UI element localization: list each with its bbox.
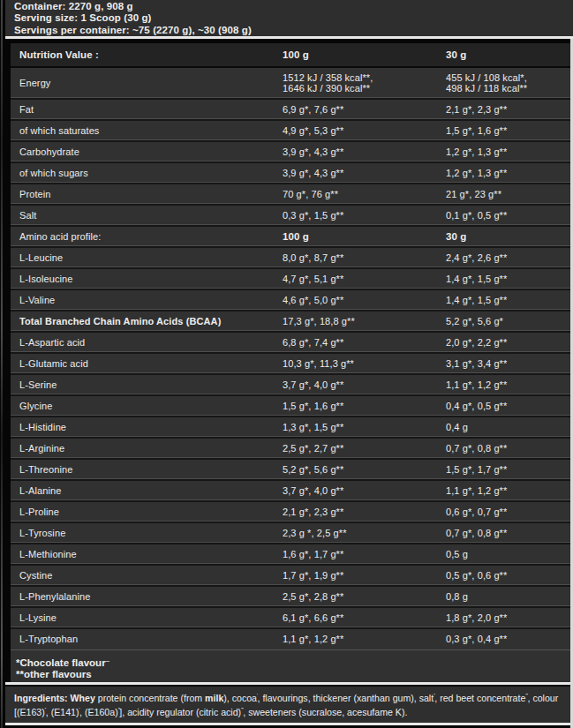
row-value-100g: 2,1 g*, 2,3 g** [283, 507, 446, 518]
ingredient-text: Whey [71, 693, 98, 703]
row-value-100g: 4,7 g*, 5,1 g** [283, 274, 446, 285]
nutrition-label: Container: 2270 g, 908 g Serving size: 1… [0, 0, 573, 728]
ingredient-footnote-mark: '''' [525, 693, 527, 698]
row-value-30g: 1,1 g*, 1,2 g** [446, 379, 570, 391]
table-row: L-Glutamic acid 10,3 g*, 11,3 g** 3,1 g*… [11, 354, 570, 375]
row-label: L-Alanine [11, 485, 283, 497]
row-label: Protein [11, 189, 283, 200]
row-value-100g: 2,3 g *, 2,5 g** [283, 528, 446, 539]
row-label: Glycine [11, 401, 283, 412]
row-value-100g: 5,2 g*, 5,6 g** [283, 464, 446, 476]
row-value-100g: 3,9 g*, 4,3 g** [283, 146, 446, 158]
bottom-divider [5, 723, 573, 725]
table-row: of which saturates 4,9 g*, 5,3 g** 1,5 g… [11, 121, 570, 142]
row-value-30g: 1,8 g*, 2,0 g** [446, 612, 570, 624]
row-label: L-Aspartic acid [11, 337, 283, 349]
row-value-100g: 100 g [283, 231, 446, 243]
container-size-text: Container: 2270 g, 908 g [14, 1, 573, 12]
row-value-100g: 1,7 g*, 1,9 g** [283, 570, 446, 582]
footnote-fine-print: ......... [106, 657, 109, 663]
table-row: L-Aspartic acid 6,8 g*, 7,4 g** 2,0 g*, … [11, 333, 570, 354]
row-label: L-Tyrosine [11, 528, 283, 539]
row-value-30g: 3,1 g*, 3,4 g** [446, 358, 570, 370]
row-label: L-Arginine [11, 443, 283, 454]
row-value-30g: 0,4 g [446, 422, 570, 433]
table-header-row: Nutrition Value : 100 g 30 g [11, 43, 570, 68]
ingredients-paragraph: Ingredients: Whey protein concentrate (f… [5, 687, 573, 723]
row-label: L-Leucine [11, 252, 283, 264]
label-left-edge [1, 0, 3, 728]
row-value-30g: 0,5 g [446, 549, 570, 560]
table-row: L-Lysine 6,1 g*, 6,6 g** 1,8 g*, 2,0 g** [11, 608, 570, 629]
container-info-block: Container: 2270 g, 908 g Serving size: 1… [5, 0, 573, 36]
table-row: Glycine 1,5 g*, 1,6 g** 0,4 g*, 0,5 g** [11, 396, 570, 417]
table-row: Total Branched Chain Amino Acids (BCAA) … [11, 311, 570, 333]
ingredient-text: Ingredients: [14, 693, 71, 703]
row-label: L-Valine [11, 295, 283, 306]
row-label: Energy [11, 78, 283, 89]
row-label: L-Histidine [11, 422, 283, 433]
serving-size-text: Serving size: 1 Scoop (30 g) [14, 12, 573, 24]
footnotes-block: *Chocolate flavour......... **other flav… [11, 650, 573, 682]
row-value-100g: 1,1 g*, 1,2 g** [283, 634, 446, 645]
footnote-other-flavours: **other flavours [16, 669, 573, 680]
row-label: Fat [11, 104, 283, 116]
table-row: Salt 0,3 g*, 1,5 g** 0,1 g*, 0,5 g** [11, 206, 570, 227]
table-row: Carbohydrate 3,9 g*, 4,3 g** 1,2 g*, 1,3… [11, 142, 570, 163]
table-row: Protein 70 g*, 76 g** 21 g*, 23 g** [11, 184, 570, 206]
row-label: Amino acid profile: [11, 231, 283, 243]
ingredient-footnote-mark: '' [45, 707, 46, 712]
table-row: L-Leucine 8,0 g*, 8,7 g** 2,4 g*, 2,6 g*… [11, 248, 570, 269]
row-label: of which saturates [11, 125, 283, 137]
ingredient-text: , red beet concentrate [434, 693, 525, 703]
table-row: L-Methionine 1,6 g*, 1,7 g** 0,5 g [11, 544, 570, 566]
table-row: L-Tryptophan 1,1 g*, 1,2 g** 0,3 g*, 0,4… [11, 629, 570, 650]
row-value-100g: 10,3 g*, 11,3 g** [283, 358, 446, 370]
ingredient-text: , sweeteners (sucralose, acesufame K). [243, 707, 407, 717]
column-header-30g: 30 g [446, 49, 570, 61]
row-label: L-Methionine [11, 549, 283, 560]
table-row: Fat 6,9 g*, 7,6 g** 2,1 g*, 2,3 g** [11, 100, 570, 121]
row-value-100g: 8,0 g*, 8,7 g** [283, 252, 446, 264]
footnote-chocolate-flavour: *Chocolate flavour......... [16, 655, 573, 669]
row-value-100g: 1512 kJ / 358 kcal**, 1646 kJ / 390 kcal… [283, 72, 446, 94]
table-row: L-Threonine 5,2 g*, 5,6 g** 1,5 g*, 1,7 … [11, 460, 570, 481]
row-label: L-Tryptophan [11, 634, 283, 645]
table-row: Energy 1512 kJ / 358 kcal**, 1646 kJ / 3… [11, 68, 570, 100]
row-value-30g: 0,8 g [446, 591, 570, 603]
row-value-100g: 70 g*, 76 g** [283, 189, 446, 200]
table-body: Energy 1512 kJ / 358 kcal**, 1646 kJ / 3… [11, 68, 570, 650]
ingredient-footnote-mark: '''' [241, 707, 243, 712]
row-label: Cystine [11, 570, 283, 582]
row-value-30g: 0,3 g*, 0,4 g** [446, 634, 570, 645]
row-value-100g: 17,3 g*, 18,8 g** [283, 316, 446, 327]
row-value-30g: 0,5 g*, 0,6 g** [446, 570, 570, 582]
row-label: L-Isoleucine [11, 274, 283, 285]
row-value-30g: 1,5 g*, 1,6 g** [446, 125, 570, 137]
table-row: Amino acid profile: 100 g 30 g [11, 227, 570, 248]
row-value-30g: 0,6 g*, 0,7 g** [446, 507, 570, 518]
row-value-30g: 21 g*, 23 g** [446, 189, 570, 200]
table-row: Cystine 1,7 g*, 1,9 g** 0,5 g*, 0,6 g** [11, 566, 570, 587]
table-row: of which sugars 3,9 g*, 4,3 g** 1,2 g*, … [11, 163, 570, 184]
row-value-30g: 0,4 g*, 0,5 g** [446, 401, 570, 412]
row-value-30g: 1,5 g*, 1,7 g** [446, 464, 570, 476]
row-label: Salt [11, 210, 283, 221]
servings-per-container-text: Servings per container: ~75 (2270 g), ~3… [14, 25, 573, 36]
ingredient-text: ), cocoa [223, 693, 257, 703]
row-value-30g: 1,2 g*, 1,3 g** [446, 168, 570, 179]
row-label: L-Glutamic acid [11, 358, 283, 370]
row-value-30g: 0,7 g*, 0,8 g** [446, 443, 570, 454]
table-row: L-Histidine 1,3 g*, 1,5 g** 0,4 g [11, 417, 570, 439]
table-row: L-Alanine 3,7 g*, 4,0 g** 1,1 g*, 1,2 g*… [11, 481, 570, 502]
row-value-100g: 1,3 g*, 1,5 g** [283, 422, 446, 433]
row-label: L-Serine [11, 379, 283, 391]
row-value-30g: 455 kJ / 108 kcal*, 498 kJ / 118 kcal** [446, 72, 570, 94]
ingredient-text: , (E141) [46, 707, 79, 717]
row-value-100g: 2,5 g*, 2,8 g** [283, 591, 446, 603]
row-value-30g: 1,1 g*, 1,2 g** [446, 485, 570, 497]
row-value-30g: 2,0 g*, 2,2 g** [446, 337, 570, 349]
row-value-100g: 3,9 g*, 4,3 g** [283, 168, 446, 179]
row-value-100g: 1,6 g*, 1,7 g** [283, 549, 446, 560]
table-row: L-Serine 3,7 g*, 4,0 g** 1,1 g*, 1,2 g** [11, 375, 570, 396]
